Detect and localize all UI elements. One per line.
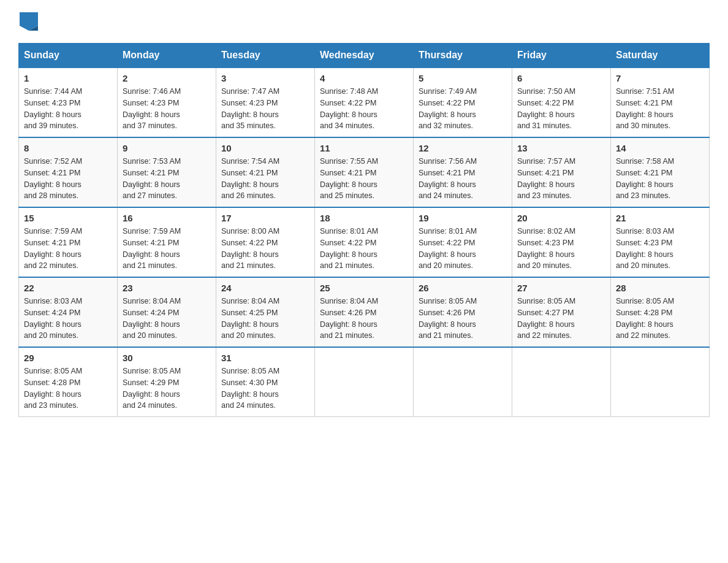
calendar-cell: 5 Sunrise: 7:49 AM Sunset: 4:22 PM Dayli…	[414, 67, 512, 137]
day-number: 5	[419, 73, 507, 83]
day-number: 8	[24, 143, 112, 153]
calendar-cell: 27 Sunrise: 8:05 AM Sunset: 4:27 PM Dayl…	[512, 277, 611, 347]
day-info: Sunrise: 7:50 AM Sunset: 4:22 PM Dayligh…	[517, 87, 575, 130]
day-info: Sunrise: 7:55 AM Sunset: 4:21 PM Dayligh…	[320, 157, 378, 200]
calendar-cell: 15 Sunrise: 7:59 AM Sunset: 4:21 PM Dayl…	[19, 207, 118, 277]
calendar-cell: 12 Sunrise: 7:56 AM Sunset: 4:21 PM Dayl…	[414, 137, 512, 207]
day-info: Sunrise: 7:46 AM Sunset: 4:23 PM Dayligh…	[123, 87, 181, 130]
day-number: 30	[123, 353, 211, 363]
calendar-cell: 11 Sunrise: 7:55 AM Sunset: 4:21 PM Dayl…	[315, 137, 414, 207]
calendar-cell	[414, 347, 512, 417]
calendar-cell: 14 Sunrise: 7:58 AM Sunset: 4:21 PM Dayl…	[611, 137, 710, 207]
day-header-monday: Monday	[118, 44, 216, 68]
calendar-cell: 9 Sunrise: 7:53 AM Sunset: 4:21 PM Dayli…	[118, 137, 216, 207]
day-header-sunday: Sunday	[19, 44, 118, 68]
day-number: 20	[517, 213, 605, 223]
day-info: Sunrise: 7:57 AM Sunset: 4:21 PM Dayligh…	[517, 157, 575, 200]
calendar-week-row: 22 Sunrise: 8:03 AM Sunset: 4:24 PM Dayl…	[19, 277, 710, 347]
logo	[18, 12, 38, 31]
day-info: Sunrise: 8:02 AM Sunset: 4:23 PM Dayligh…	[517, 227, 575, 270]
calendar-cell: 19 Sunrise: 8:01 AM Sunset: 4:22 PM Dayl…	[414, 207, 512, 277]
day-number: 28	[616, 283, 704, 293]
calendar-table: SundayMondayTuesdayWednesdayThursdayFrid…	[18, 43, 710, 417]
day-number: 14	[616, 143, 704, 153]
calendar-cell: 29 Sunrise: 8:05 AM Sunset: 4:28 PM Dayl…	[19, 347, 118, 417]
day-info: Sunrise: 8:04 AM Sunset: 4:26 PM Dayligh…	[320, 297, 378, 340]
calendar-cell: 4 Sunrise: 7:48 AM Sunset: 4:22 PM Dayli…	[315, 67, 414, 137]
day-number: 17	[221, 213, 309, 223]
day-info: Sunrise: 8:05 AM Sunset: 4:26 PM Dayligh…	[419, 297, 477, 340]
day-info: Sunrise: 7:49 AM Sunset: 4:22 PM Dayligh…	[419, 87, 477, 130]
day-number: 12	[419, 143, 507, 153]
calendar-cell: 20 Sunrise: 8:02 AM Sunset: 4:23 PM Dayl…	[512, 207, 611, 277]
day-number: 13	[517, 143, 605, 153]
day-info: Sunrise: 7:54 AM Sunset: 4:21 PM Dayligh…	[221, 157, 279, 200]
day-info: Sunrise: 8:03 AM Sunset: 4:23 PM Dayligh…	[616, 227, 674, 270]
day-info: Sunrise: 8:03 AM Sunset: 4:24 PM Dayligh…	[24, 297, 82, 340]
day-number: 25	[320, 283, 408, 293]
day-number: 2	[123, 73, 211, 83]
calendar-cell: 23 Sunrise: 8:04 AM Sunset: 4:24 PM Dayl…	[118, 277, 216, 347]
calendar-cell: 16 Sunrise: 7:59 AM Sunset: 4:21 PM Dayl…	[118, 207, 216, 277]
day-number: 19	[419, 213, 507, 223]
day-info: Sunrise: 7:44 AM Sunset: 4:23 PM Dayligh…	[24, 87, 82, 130]
day-number: 10	[221, 143, 309, 153]
calendar-cell: 18 Sunrise: 8:01 AM Sunset: 4:22 PM Dayl…	[315, 207, 414, 277]
calendar-cell: 7 Sunrise: 7:51 AM Sunset: 4:21 PM Dayli…	[611, 67, 710, 137]
day-info: Sunrise: 7:53 AM Sunset: 4:21 PM Dayligh…	[123, 157, 181, 200]
day-info: Sunrise: 8:04 AM Sunset: 4:24 PM Dayligh…	[123, 297, 181, 340]
calendar-cell	[512, 347, 611, 417]
day-header-tuesday: Tuesday	[216, 44, 315, 68]
day-number: 7	[616, 73, 704, 83]
calendar-cell: 10 Sunrise: 7:54 AM Sunset: 4:21 PM Dayl…	[216, 137, 315, 207]
calendar-cell: 31 Sunrise: 8:05 AM Sunset: 4:30 PM Dayl…	[216, 347, 315, 417]
day-info: Sunrise: 7:52 AM Sunset: 4:21 PM Dayligh…	[24, 157, 82, 200]
calendar-cell: 17 Sunrise: 8:00 AM Sunset: 4:22 PM Dayl…	[216, 207, 315, 277]
day-number: 6	[517, 73, 605, 83]
day-number: 11	[320, 143, 408, 153]
day-info: Sunrise: 8:00 AM Sunset: 4:22 PM Dayligh…	[221, 227, 279, 270]
day-header-saturday: Saturday	[611, 44, 710, 68]
day-number: 27	[517, 283, 605, 293]
calendar-header-row: SundayMondayTuesdayWednesdayThursdayFrid…	[19, 44, 710, 68]
calendar-cell: 26 Sunrise: 8:05 AM Sunset: 4:26 PM Dayl…	[414, 277, 512, 347]
day-number: 1	[24, 73, 112, 83]
day-info: Sunrise: 8:05 AM Sunset: 4:29 PM Dayligh…	[123, 367, 181, 410]
calendar-cell: 13 Sunrise: 7:57 AM Sunset: 4:21 PM Dayl…	[512, 137, 611, 207]
day-number: 18	[320, 213, 408, 223]
day-info: Sunrise: 8:05 AM Sunset: 4:28 PM Dayligh…	[24, 367, 82, 410]
page-header	[18, 12, 710, 31]
day-number: 26	[419, 283, 507, 293]
day-number: 22	[24, 283, 112, 293]
day-info: Sunrise: 7:51 AM Sunset: 4:21 PM Dayligh…	[616, 87, 674, 130]
calendar-cell: 28 Sunrise: 8:05 AM Sunset: 4:28 PM Dayl…	[611, 277, 710, 347]
calendar-cell: 8 Sunrise: 7:52 AM Sunset: 4:21 PM Dayli…	[19, 137, 118, 207]
calendar-cell	[315, 347, 414, 417]
calendar-cell: 2 Sunrise: 7:46 AM Sunset: 4:23 PM Dayli…	[118, 67, 216, 137]
calendar-cell: 3 Sunrise: 7:47 AM Sunset: 4:23 PM Dayli…	[216, 67, 315, 137]
day-info: Sunrise: 7:47 AM Sunset: 4:23 PM Dayligh…	[221, 87, 279, 130]
day-header-friday: Friday	[512, 44, 611, 68]
day-info: Sunrise: 7:48 AM Sunset: 4:22 PM Dayligh…	[320, 87, 378, 130]
day-number: 3	[221, 73, 309, 83]
day-info: Sunrise: 7:59 AM Sunset: 4:21 PM Dayligh…	[24, 227, 82, 270]
day-info: Sunrise: 7:59 AM Sunset: 4:21 PM Dayligh…	[123, 227, 181, 270]
day-number: 21	[616, 213, 704, 223]
calendar-week-row: 15 Sunrise: 7:59 AM Sunset: 4:21 PM Dayl…	[19, 207, 710, 277]
day-info: Sunrise: 8:05 AM Sunset: 4:30 PM Dayligh…	[221, 367, 279, 410]
calendar-cell: 24 Sunrise: 8:04 AM Sunset: 4:25 PM Dayl…	[216, 277, 315, 347]
calendar-cell: 21 Sunrise: 8:03 AM Sunset: 4:23 PM Dayl…	[611, 207, 710, 277]
day-header-thursday: Thursday	[414, 44, 512, 68]
day-info: Sunrise: 8:01 AM Sunset: 4:22 PM Dayligh…	[419, 227, 477, 270]
day-info: Sunrise: 8:04 AM Sunset: 4:25 PM Dayligh…	[221, 297, 279, 340]
day-header-wednesday: Wednesday	[315, 44, 414, 68]
day-number: 16	[123, 213, 211, 223]
calendar-cell: 30 Sunrise: 8:05 AM Sunset: 4:29 PM Dayl…	[118, 347, 216, 417]
day-number: 9	[123, 143, 211, 153]
day-number: 24	[221, 283, 309, 293]
logo-icon	[20, 12, 38, 31]
calendar-week-row: 8 Sunrise: 7:52 AM Sunset: 4:21 PM Dayli…	[19, 137, 710, 207]
calendar-cell: 1 Sunrise: 7:44 AM Sunset: 4:23 PM Dayli…	[19, 67, 118, 137]
calendar-cell: 22 Sunrise: 8:03 AM Sunset: 4:24 PM Dayl…	[19, 277, 118, 347]
day-number: 31	[221, 353, 309, 363]
